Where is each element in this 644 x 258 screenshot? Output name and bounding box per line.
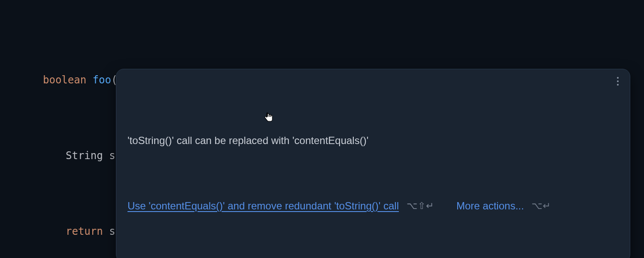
keyword-return: return xyxy=(66,225,103,237)
popup-actions-row: Use 'contentEquals()' and remove redunda… xyxy=(128,197,619,215)
more-vert-icon xyxy=(617,80,619,82)
code-editor[interactable]: boolean foo(StringBuilder sb) { String s… xyxy=(0,0,644,258)
method-name: foo xyxy=(93,74,111,86)
more-vert-icon xyxy=(617,84,619,86)
keyword-boolean: boolean xyxy=(43,74,86,86)
more-actions-link[interactable]: More actions... xyxy=(456,197,524,215)
more-vert-icon xyxy=(617,77,619,79)
inspection-popup: 'toString()' call can be replaced with '… xyxy=(116,69,630,258)
type-name: String xyxy=(66,150,103,162)
shortcut-icon: ⌥⇧↵ xyxy=(407,197,434,215)
popup-menu-button[interactable] xyxy=(613,75,623,87)
inspection-title: 'toString()' call can be replaced with '… xyxy=(128,134,619,147)
quick-fix-link[interactable]: Use 'contentEquals()' and remove redunda… xyxy=(128,197,399,215)
shortcut-icon: ⌥↵ xyxy=(532,197,551,215)
